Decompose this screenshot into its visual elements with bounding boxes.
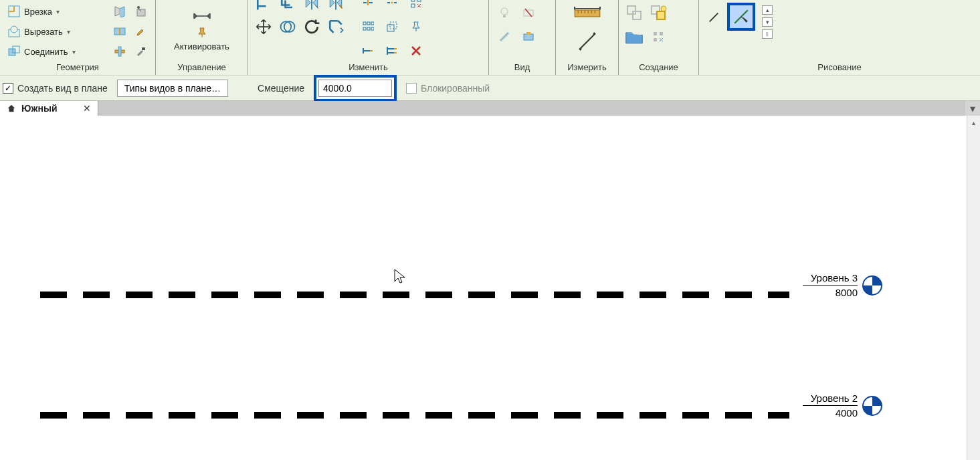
split-face-icon — [114, 25, 126, 37]
cope-button[interactable]: Врезка ▾ — [5, 2, 78, 21]
pin-toggle-button[interactable] — [407, 17, 425, 36]
activate-button[interactable]: Активировать — [169, 3, 235, 54]
panel-draw: ▴ ▾ ⦀ Рисование — [698, 0, 980, 75]
scroll-up-button[interactable]: ▴ — [967, 116, 980, 129]
svg-rect-8 — [137, 9, 145, 16]
mirror-pick-icon — [302, 0, 321, 13]
svg-rect-36 — [660, 32, 663, 35]
create-group-button[interactable] — [625, 27, 644, 46]
vertical-scrollbar[interactable]: ▴ — [967, 116, 980, 460]
align-icon — [254, 0, 273, 13]
parts-icon — [652, 31, 664, 43]
wall-opening-button[interactable] — [111, 2, 128, 21]
panel-control-title: Управление — [156, 61, 248, 75]
create-plan-view-checkbox[interactable]: ✓ — [3, 83, 13, 94]
reveal-icon — [522, 31, 534, 43]
svg-point-13 — [391, 2, 393, 4]
join-label: Соединить — [24, 47, 68, 57]
scale-button[interactable] — [383, 17, 401, 36]
lightbulb-button[interactable] — [495, 3, 514, 22]
dropdown-icon: ▾ — [67, 28, 70, 35]
copy-button[interactable] — [278, 17, 297, 36]
level-2-head[interactable]: Уровень 2 4000 — [803, 392, 883, 419]
wall-opening-icon — [114, 5, 126, 17]
drawing-canvas[interactable]: Уровень 3 8000 Уровень 2 4000 ▴ — [0, 116, 980, 460]
create-similar-button[interactable] — [625, 3, 644, 22]
extend-button[interactable] — [359, 41, 377, 60]
lightbulb-icon — [498, 7, 510, 19]
align-button[interactable] — [254, 0, 273, 12]
array-linear-button[interactable] — [359, 17, 377, 36]
plan-view-types-button[interactable]: Типы видов в плане… — [117, 80, 228, 97]
level-2-line[interactable] — [40, 402, 789, 429]
create-parts-button[interactable] — [649, 27, 668, 46]
reveal-button[interactable] — [519, 27, 538, 46]
split-icon — [362, 0, 374, 9]
mirror-pick-button[interactable] — [302, 0, 321, 12]
array-linear-icon — [362, 21, 374, 33]
array-button[interactable] — [407, 0, 425, 12]
svg-rect-18 — [367, 22, 370, 25]
svg-rect-35 — [654, 32, 657, 35]
hide-button[interactable] — [519, 3, 538, 22]
panel-view: Вид — [488, 0, 555, 75]
level-3-head[interactable]: Уровень 3 8000 — [803, 272, 883, 298]
cut-button[interactable]: Вырезать ▾ — [5, 22, 78, 41]
beam-join-button[interactable] — [111, 42, 128, 61]
create-plan-view-option[interactable]: ✓ Создать вид в плане — [3, 83, 108, 94]
split-gap-button[interactable] — [383, 0, 401, 12]
paint-button[interactable] — [132, 22, 150, 41]
spinner-up[interactable]: ▴ — [762, 5, 773, 15]
level-3-line[interactable] — [40, 281, 789, 308]
join-button[interactable]: Соединить ▾ — [5, 42, 78, 61]
locked-checkbox[interactable] — [406, 83, 417, 94]
delete-button[interactable] — [407, 41, 425, 60]
hammer-icon — [135, 45, 147, 58]
split-face-button[interactable] — [111, 22, 128, 41]
demolish-button[interactable] — [132, 2, 150, 21]
spinner-menu[interactable]: ⦀ — [762, 29, 773, 39]
svg-rect-23 — [387, 25, 394, 31]
cope-icon — [8, 5, 20, 17]
ruler-icon[interactable] — [574, 3, 601, 24]
rotate-button[interactable] — [302, 17, 321, 36]
svg-rect-15 — [417, 0, 421, 1]
tab-overflow-button[interactable]: ▾ — [965, 101, 980, 116]
offset-highlight — [314, 75, 397, 102]
thin-lines-icon — [498, 31, 510, 43]
locked-option[interactable]: Блокированный — [406, 83, 490, 94]
offset-button[interactable] — [278, 0, 297, 12]
rotate-icon — [302, 16, 321, 37]
cope-label: Врезка — [24, 7, 52, 17]
pin-icon — [196, 27, 208, 39]
trim-button[interactable] — [326, 17, 345, 36]
extend-icon — [362, 45, 374, 57]
offset-input[interactable] — [318, 80, 392, 97]
thin-lines-button[interactable] — [495, 27, 514, 46]
move-button[interactable] — [254, 17, 273, 36]
view-tab-south[interactable]: Южный ✕ — [0, 101, 98, 116]
split-button[interactable] — [359, 0, 377, 12]
svg-point-25 — [501, 8, 508, 15]
panel-modify-title: Изменить — [248, 61, 488, 75]
mirror-draw-button[interactable] — [326, 0, 345, 12]
measure-icon[interactable] — [575, 31, 599, 52]
panel-draw-title: Рисование — [699, 61, 980, 75]
pick-lines-button[interactable] — [727, 3, 755, 31]
draw-line-button[interactable] — [704, 8, 723, 27]
move-icon — [254, 16, 273, 37]
view-tab-bar: Южный ✕ ▾ — [0, 101, 980, 116]
level-3-name: Уровень 3 — [811, 272, 858, 283]
close-tab-button[interactable]: ✕ — [83, 103, 91, 114]
hammer-button[interactable] — [132, 42, 150, 61]
extend-multi-button[interactable] — [383, 41, 401, 60]
spinner-down[interactable]: ▾ — [762, 17, 773, 27]
svg-rect-7 — [118, 47, 121, 56]
offset-icon — [278, 0, 297, 13]
create-assembly-button[interactable] — [649, 3, 668, 22]
array-icon — [410, 0, 422, 9]
modify-tools-main — [254, 0, 346, 37]
extend-multi-icon — [386, 45, 398, 57]
locked-label: Блокированный — [421, 83, 490, 94]
ribbon: Врезка ▾ Вырезать ▾ Соединить ▾ — [0, 0, 980, 101]
